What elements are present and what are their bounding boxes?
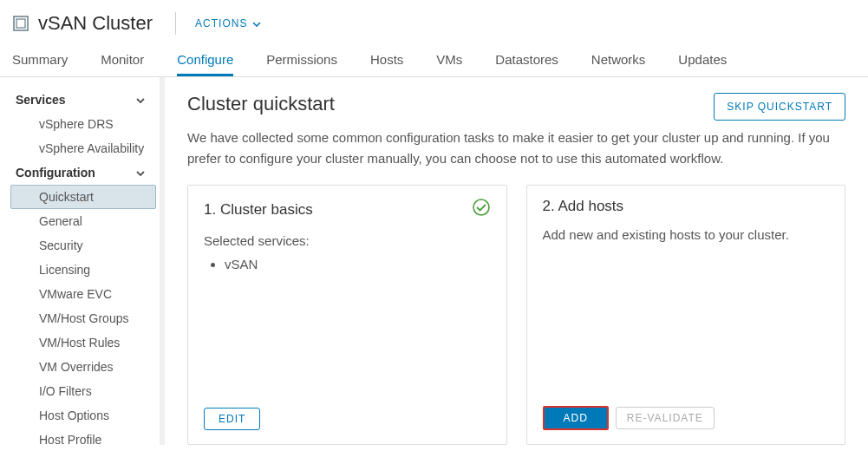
- header-divider: [175, 12, 176, 35]
- sidebar-item[interactable]: VM/Host Rules: [10, 330, 156, 355]
- cluster-icon: [12, 15, 29, 32]
- sidebar-section-configuration[interactable]: Configuration: [0, 160, 160, 185]
- service-item: vSAN: [225, 257, 491, 271]
- sidebar-section-label: Services: [16, 93, 66, 107]
- card-cluster-basics: 1. Cluster basics Selected services: vSA…: [187, 185, 507, 445]
- sidebar-item[interactable]: vSphere Availability: [10, 136, 156, 160]
- tab-datastores[interactable]: Datastores: [495, 43, 558, 76]
- content-area: Services vSphere DRSvSphere Availability…: [0, 77, 868, 445]
- sidebar-item[interactable]: Host Profile: [10, 428, 156, 445]
- add-button[interactable]: ADD: [543, 406, 609, 430]
- sidebar-item[interactable]: VM Overrides: [10, 355, 156, 379]
- card-subtitle: Selected services:: [204, 233, 491, 248]
- main-panel: Cluster quickstart SKIP QUICKSTART We ha…: [165, 77, 868, 445]
- sidebar-section-label: Configuration: [16, 166, 95, 180]
- tabs-bar: SummaryMonitorConfigurePermissionsHostsV…: [0, 43, 868, 77]
- sidebar-item[interactable]: VM/Host Groups: [10, 306, 156, 330]
- edit-button[interactable]: EDIT: [204, 408, 260, 430]
- card-body-text: Add new and existing hosts to your clust…: [543, 227, 830, 242]
- tab-hosts[interactable]: Hosts: [370, 43, 403, 76]
- tab-configure[interactable]: Configure: [177, 43, 233, 76]
- svg-rect-1: [16, 19, 25, 28]
- sidebar-item[interactable]: vSphere DRS: [10, 112, 156, 136]
- chevron-down-icon: [135, 166, 146, 180]
- card-title: 1. Cluster basics: [204, 201, 313, 219]
- card-add-hosts: 2. Add hosts Add new and existing hosts …: [526, 185, 846, 445]
- sidebar-item[interactable]: VMware EVC: [10, 282, 156, 306]
- tab-networks[interactable]: Networks: [591, 43, 646, 76]
- page-header: vSAN Cluster ACTIONS: [0, 0, 868, 43]
- tab-permissions[interactable]: Permissions: [266, 43, 337, 76]
- actions-label: ACTIONS: [195, 17, 247, 29]
- sidebar: Services vSphere DRSvSphere Availability…: [0, 77, 165, 445]
- card-title: 2. Add hosts: [543, 198, 624, 215]
- tab-updates[interactable]: Updates: [678, 43, 727, 76]
- sidebar-item[interactable]: I/O Filters: [10, 379, 156, 403]
- sidebar-item[interactable]: Quickstart: [10, 185, 156, 209]
- check-circle-icon: [472, 198, 491, 221]
- actions-dropdown[interactable]: ACTIONS: [195, 17, 261, 29]
- sidebar-item[interactable]: Licensing: [10, 258, 156, 282]
- sidebar-item[interactable]: Security: [10, 233, 156, 258]
- svg-point-2: [473, 199, 489, 215]
- chevron-down-icon: [135, 93, 146, 107]
- page-title: Cluster quickstart: [187, 93, 335, 115]
- sidebar-section-services[interactable]: Services: [0, 88, 160, 112]
- revalidate-button: RE-VALIDATE: [616, 407, 715, 429]
- sidebar-item[interactable]: Host Options: [10, 403, 156, 428]
- tab-monitor[interactable]: Monitor: [101, 43, 144, 76]
- sidebar-item[interactable]: General: [10, 209, 156, 233]
- tab-summary[interactable]: Summary: [12, 43, 68, 76]
- cluster-title: vSAN Cluster: [38, 12, 153, 35]
- chevron-down-icon: [252, 17, 261, 29]
- skip-quickstart-button[interactable]: SKIP QUICKSTART: [714, 93, 845, 121]
- page-description: We have collected some common configurat…: [187, 127, 845, 169]
- tab-vms[interactable]: VMs: [436, 43, 462, 76]
